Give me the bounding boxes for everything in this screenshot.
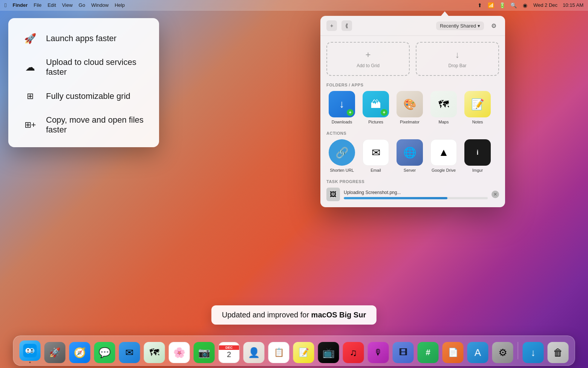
notes-icon: 📝 xyxy=(464,91,491,117)
action-item-google-drive[interactable]: ▲ Google Drive xyxy=(428,139,459,172)
feature-item-grid: ⊞ Fully customizable grid xyxy=(22,88,145,105)
contacts-icon: 👤 xyxy=(243,342,265,363)
facetime-icon: 📷 xyxy=(194,342,215,363)
google-drive-icon: ▲ xyxy=(430,139,457,166)
apple-menu[interactable]:  xyxy=(5,2,6,8)
menubar-file[interactable]: File xyxy=(34,2,41,8)
drop-bar-label: Drop Bar xyxy=(448,63,466,68)
battery-icon[interactable]: 🔋 xyxy=(499,2,505,8)
yoink-panel: + ⟪ Recently Shared ▾ ⚙ + Add to Grid ↓ … xyxy=(320,16,505,207)
wifi-icon[interactable]: 📶 xyxy=(488,2,494,8)
pictures-label: Pictures xyxy=(368,120,383,124)
siri-icon[interactable]: ◉ xyxy=(522,2,528,8)
finder-dot xyxy=(29,362,31,363)
maps-dock-icon: 🗺 xyxy=(144,342,165,363)
drop-bar-action[interactable]: ↓ Drop Bar xyxy=(416,42,499,76)
dock-item-finder[interactable] xyxy=(19,340,41,363)
grid-icon: ⊞ xyxy=(22,88,38,105)
dock-item-podcasts[interactable]: 🎙 xyxy=(367,340,390,363)
menubar-window[interactable]: Window xyxy=(91,2,109,8)
pixelmator-icon: 🎨 xyxy=(397,91,423,117)
dock-item-photos[interactable]: 🌸 xyxy=(168,340,191,363)
cloud-icon: ☁ xyxy=(22,59,38,75)
dock-item-pages[interactable]: 📄 xyxy=(442,340,464,363)
drop-bar-icon: ↓ xyxy=(455,49,460,60)
menubar-view[interactable]: View xyxy=(62,2,73,8)
svg-point-4 xyxy=(31,349,33,351)
sysprefs-icon: ⚙ xyxy=(492,342,513,363)
imgur-icon: i xyxy=(464,139,491,166)
panel-header: + ⟪ Recently Shared ▾ ⚙ xyxy=(320,16,505,36)
panel-body: + Add to Grid ↓ Drop Bar FOLDERS / APPS … xyxy=(320,36,505,207)
app-item-maps[interactable]: 🗺 Maps xyxy=(428,91,459,124)
dock-item-trash[interactable]: 🗑 xyxy=(547,340,570,363)
task-progress-label: TASK PROGRESS xyxy=(326,179,499,184)
app-item-downloads[interactable]: ↓ + Downloads xyxy=(326,91,357,124)
folders-apps-grid: ↓ + Downloads 🏔 + Pictures 🎨 Pixelmator xyxy=(326,91,499,124)
dock-item-messages[interactable]: 💬 xyxy=(93,340,116,363)
maps-icon: 🗺 xyxy=(430,91,457,117)
maps-label: Maps xyxy=(439,120,449,124)
dropdown-arrow-icon: ▾ xyxy=(478,23,480,29)
dock-item-calendar[interactable]: DEC 2 xyxy=(218,340,240,363)
task-item: 🖼 Uploading Screenshot.png... ✕ xyxy=(326,188,499,201)
dock-item-keynote[interactable]: 🎞 xyxy=(392,340,415,363)
pixelmator-label: Pixelmator xyxy=(400,120,420,124)
action-item-server[interactable]: 🌐 Server xyxy=(394,139,425,172)
dock-item-appstore[interactable]: A xyxy=(467,340,489,363)
menubar:  Finder File Edit View Go Window Help ⬆… xyxy=(0,0,588,11)
add-button[interactable]: + xyxy=(326,20,337,31)
recently-shared-label: Recently Shared xyxy=(440,23,476,29)
tv-icon: 📺 xyxy=(318,342,339,363)
add-grid-icon: + xyxy=(365,49,371,60)
dock-item-reminders[interactable]: 📋 xyxy=(268,340,290,363)
search-icon[interactable]: 🔍 xyxy=(511,2,517,8)
action-item-imgur[interactable]: i Imgur xyxy=(462,139,493,172)
reminders-icon: 📋 xyxy=(268,342,289,363)
menubar-right: ⬆ 📶 🔋 🔍 ◉ Wed 2 Dec 10:15 AM xyxy=(477,2,583,8)
calendar-icon: DEC 2 xyxy=(219,342,240,363)
dock-item-safari[interactable]: 🧭 xyxy=(69,340,91,363)
messages-icon: 💬 xyxy=(94,342,115,363)
appstore-icon: A xyxy=(467,342,488,363)
dock-item-mail[interactable]: ✉ xyxy=(118,340,141,363)
folders-apps-label: FOLDERS / APPS xyxy=(326,83,499,87)
feature-item-upload: ☁ Upload to cloud services faster xyxy=(22,57,145,77)
dock-item-numbers[interactable]: # xyxy=(417,340,439,363)
settings-button[interactable]: ⚙ xyxy=(488,20,499,31)
app-item-pixelmator[interactable]: 🎨 Pixelmator xyxy=(394,91,425,124)
music-icon: ♫ xyxy=(343,342,364,363)
menubar-edit[interactable]: Edit xyxy=(47,2,56,8)
expand-button[interactable]: ⟪ xyxy=(341,20,352,31)
action-item-email[interactable]: ✉ Email xyxy=(360,139,391,172)
dock-item-tv[interactable]: 📺 xyxy=(317,340,340,363)
shorten-url-icon: 🔗 xyxy=(329,139,355,166)
dock-item-notes[interactable]: 📝 xyxy=(292,340,315,363)
app-item-pictures[interactable]: 🏔 + Pictures xyxy=(360,91,391,124)
dock-item-yoink[interactable]: ↓ xyxy=(522,340,545,363)
server-icon: 🌐 xyxy=(397,139,423,166)
dock: 🚀 🧭 💬 ✉ 🗺 🌸 📷 DEC 2 xyxy=(13,336,575,366)
dock-item-sysprefs[interactable]: ⚙ xyxy=(492,340,514,363)
app-item-notes[interactable]: 📝 Notes xyxy=(462,91,493,124)
dock-item-facetime[interactable]: 📷 xyxy=(193,340,216,363)
svg-point-3 xyxy=(28,349,29,351)
dock-item-contacts[interactable]: 👤 xyxy=(243,340,265,363)
add-to-grid-action[interactable]: + Add to Grid xyxy=(326,42,410,76)
dock-item-maps[interactable]: 🗺 xyxy=(143,340,166,363)
menubar-help[interactable]: Help xyxy=(115,2,125,8)
dock-item-launchpad[interactable]: 🚀 xyxy=(44,340,66,363)
task-progress-bar xyxy=(344,197,447,199)
feature-item-launch: 🚀 Launch apps faster xyxy=(22,30,145,47)
menubar-left:  Finder File Edit View Go Window Help xyxy=(5,2,125,8)
dock-item-music[interactable]: ♫ xyxy=(342,340,365,363)
control-center-icon[interactable]: ⬆ xyxy=(477,2,483,8)
task-cancel-button[interactable]: ✕ xyxy=(492,191,499,198)
menubar-finder[interactable]: Finder xyxy=(12,2,28,8)
action-item-shorten-url[interactable]: 🔗 Shorten URL xyxy=(326,139,357,172)
menubar-go[interactable]: Go xyxy=(79,2,85,8)
recently-shared-dropdown[interactable]: Recently Shared ▾ xyxy=(436,22,484,30)
dock-separator xyxy=(518,342,518,359)
email-icon: ✉ xyxy=(363,139,389,166)
notes-dock-icon: 📝 xyxy=(293,342,314,363)
